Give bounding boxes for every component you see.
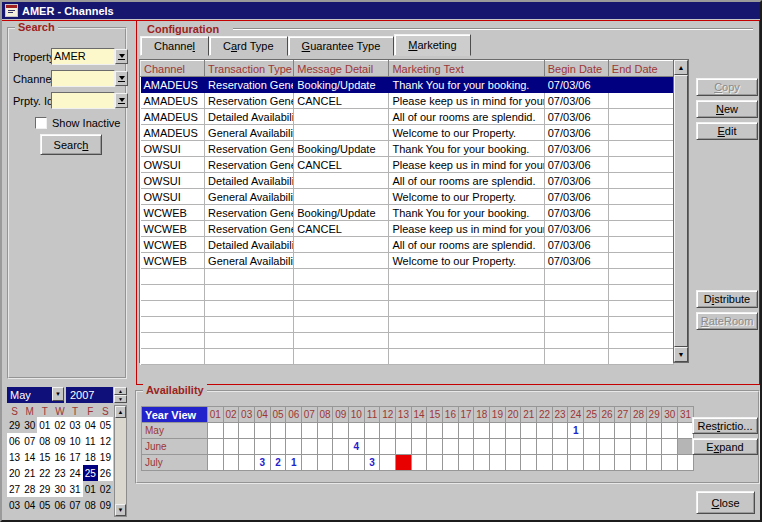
availability-cell[interactable] [255,439,271,455]
availability-cell[interactable] [427,423,443,439]
availability-cell[interactable] [458,455,474,471]
availability-cell[interactable] [411,455,427,471]
scrollbar-thumb[interactable] [674,75,688,347]
availability-cell[interactable] [458,439,474,455]
availability-cell[interactable] [474,439,490,455]
calendar-day[interactable]: 01 [37,417,52,433]
availability-cell[interactable] [505,439,521,455]
availability-cell[interactable] [317,455,333,471]
calendar-day[interactable]: 15 [37,449,52,465]
availability-cell[interactable] [521,455,537,471]
availability-cell[interactable] [239,455,255,471]
calendar-day[interactable]: 16 [52,449,67,465]
availability-cell[interactable] [599,455,615,471]
calendar-day[interactable]: 17 [68,449,83,465]
availability-cell[interactable] [396,455,412,471]
availability-cell[interactable] [333,423,349,439]
table-vertical-scrollbar[interactable]: ▲ ▼ [673,59,689,363]
availability-cell[interactable] [302,423,318,439]
calendar-day[interactable]: 26 [98,465,113,481]
table-row-empty[interactable] [141,301,674,317]
spinner-up-icon[interactable]: ▲ [114,387,127,395]
table-row-empty[interactable] [141,333,674,349]
availability-cell[interactable] [208,423,224,439]
availability-cell[interactable] [615,455,631,471]
calendar-day[interactable]: 02 [52,417,67,433]
availability-cell[interactable] [552,455,568,471]
availability-cell[interactable] [349,455,365,471]
availability-cell[interactable] [286,439,302,455]
calendar-day[interactable]: 13 [7,449,22,465]
availability-cell[interactable] [537,423,553,439]
calendar-day[interactable]: 18 [83,449,98,465]
table-row-empty[interactable] [141,349,674,365]
availability-cell[interactable] [239,423,255,439]
availability-cell[interactable] [505,455,521,471]
availability-cell[interactable] [584,455,600,471]
table-row[interactable]: AMADEUSGeneral AvailabilityWelcome to ou… [141,125,674,141]
table-row-empty[interactable] [141,285,674,301]
availability-cell[interactable] [317,439,333,455]
availability-cell[interactable] [537,439,553,455]
availability-cell[interactable] [631,455,647,471]
table-row[interactable]: AMADEUSReservation GeneralBooking/Update… [141,77,674,93]
availability-cell[interactable] [302,439,318,455]
availability-cell[interactable]: 4 [349,439,365,455]
availability-cell[interactable] [599,423,615,439]
availability-cell[interactable] [411,439,427,455]
calendar-scrollbar[interactable]: ▲ ▼ [114,405,127,517]
availability-cell[interactable] [380,439,396,455]
calendar-day[interactable]: 24 [68,465,83,481]
availability-cell[interactable] [474,455,490,471]
property-id-field[interactable] [51,92,115,109]
calendar-day[interactable]: 07 [68,497,83,513]
table-row-empty[interactable] [141,317,674,333]
availability-cell[interactable] [505,423,521,439]
availability-cell[interactable] [255,423,271,439]
calendar-day[interactable]: 22 [37,465,52,481]
distribute-button[interactable]: Distribute [696,290,758,308]
availability-cell[interactable] [615,439,631,455]
availability-cell[interactable] [631,439,647,455]
calendar-day[interactable]: 30 [22,417,37,433]
availability-cell[interactable] [662,455,678,471]
new-button[interactable]: New [696,100,758,118]
calendar-day[interactable]: 19 [98,449,113,465]
availability-cell[interactable] [270,423,286,439]
availability-cell[interactable]: 3 [255,455,271,471]
month-dropdown-icon[interactable]: ▼ [52,387,64,401]
table-row[interactable]: OWSUIReservation GeneralBooking/UpdateTh… [141,141,674,157]
calendar-day[interactable]: 28 [22,481,37,497]
calendar-day[interactable]: 06 [7,433,22,449]
availability-cell[interactable] [615,423,631,439]
tab-marketing[interactable]: Marketing [394,34,470,56]
availability-cell[interactable] [333,439,349,455]
calendar-day[interactable]: 02 [98,481,113,497]
tab-channel[interactable]: Channel [140,36,209,56]
availability-cell[interactable] [568,439,584,455]
table-row[interactable]: WCWEBGeneral AvailabilityWelcome to our … [141,253,674,269]
availability-cell[interactable]: 1 [568,423,584,439]
calendar-year-field[interactable]: 2007 [66,387,113,403]
table-row[interactable]: WCWEBDetailed AvailabilityAll of our roo… [141,237,674,253]
availability-cell[interactable] [443,455,459,471]
availability-cell[interactable] [208,455,224,471]
availability-cell[interactable] [552,439,568,455]
availability-cell[interactable] [646,423,662,439]
calendar-day[interactable]: 23 [52,465,67,481]
availability-cell[interactable] [490,423,506,439]
calendar-day[interactable]: 20 [7,465,22,481]
calendar-day[interactable]: 05 [98,417,113,433]
availability-cell[interactable] [286,423,302,439]
calendar-day[interactable]: 10 [68,433,83,449]
tab-guarantee-type[interactable]: Guarantee Type [288,36,395,56]
calendar-day[interactable]: 03 [68,417,83,433]
channel-lov-button[interactable] [115,71,128,86]
availability-cell[interactable] [662,439,678,455]
table-row[interactable]: AMADEUSReservation GeneralCANCELPlease k… [141,93,674,109]
availability-cell[interactable] [364,439,380,455]
availability-cell[interactable] [364,423,380,439]
spinner-down-icon[interactable]: ▼ [114,395,127,403]
calendar-day[interactable]: 31 [68,481,83,497]
scroll-up-icon[interactable]: ▲ [115,406,126,418]
